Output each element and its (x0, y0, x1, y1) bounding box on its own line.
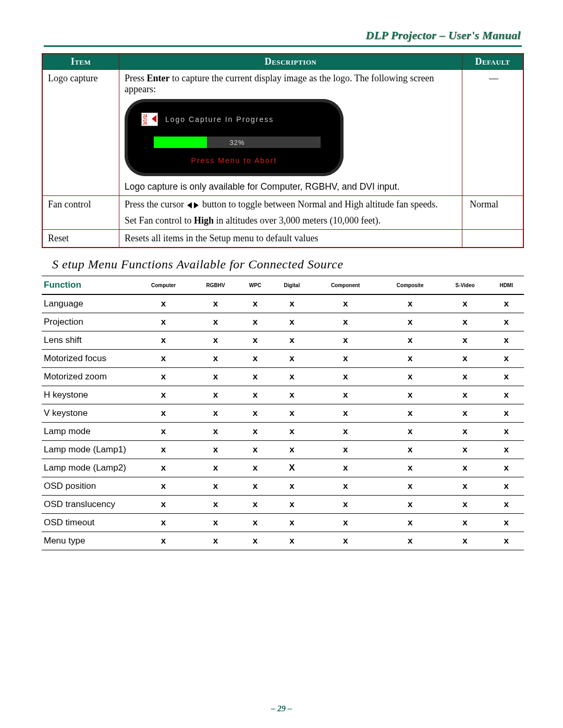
availability-cell: x (192, 423, 239, 441)
desc-text: Press the cursor (125, 199, 186, 209)
availability-cell: x (488, 404, 524, 423)
arrow-left-icon (187, 202, 192, 208)
th-source: Computer (134, 276, 192, 295)
function-cell: Projection (42, 313, 134, 331)
progress-fill (154, 137, 207, 148)
availability-cell: x (134, 368, 192, 386)
default-cell: — (462, 70, 524, 196)
default-cell (462, 230, 524, 248)
availability-cell: x (192, 441, 239, 459)
availability-cell: x (379, 459, 442, 477)
availability-cell: x (312, 459, 379, 477)
availability-cell: x (442, 404, 489, 423)
availability-cell: x (272, 532, 312, 550)
table-row: Languagexxxxxxxx (42, 294, 524, 313)
item-cell: Reset (42, 230, 119, 248)
availability-cell: x (134, 350, 192, 368)
table-row: Motorized zoomxxxxxxxx (42, 368, 524, 386)
th-source: Digital (272, 276, 312, 295)
table-row: Lamp mode (Lamp1)xxxxxxxx (42, 441, 524, 459)
description-cell: Press Enter to capture the current displ… (119, 70, 462, 196)
availability-cell: x (312, 313, 379, 331)
desc-text: Press (125, 73, 147, 83)
availability-cell: x (488, 368, 524, 386)
th-source: RGBHV (192, 276, 239, 295)
availability-cell: x (192, 294, 239, 313)
availability-cell: x (488, 423, 524, 441)
th-item: Item (42, 54, 119, 70)
availability-cell: x (272, 313, 312, 331)
availability-cell: x (488, 477, 524, 496)
availability-cell: x (488, 441, 524, 459)
availability-cell: x (134, 313, 192, 331)
availability-cell: x (192, 496, 239, 514)
availability-cell: x (272, 350, 312, 368)
functions-by-source-table: Function Computer RGBHV WPC Digital Comp… (42, 276, 524, 550)
table-row: Motorized focusxxxxxxxx (42, 350, 524, 368)
section-title: S etup Menu Functions Available for Conn… (52, 257, 524, 272)
function-cell: Motorized zoom (42, 368, 134, 386)
setup-items-table: Item Description Default Logo capture Pr… (42, 53, 524, 248)
availability-cell: x (312, 496, 379, 514)
availability-cell: x (442, 350, 489, 368)
availability-cell: x (272, 386, 312, 404)
th-source: HDMI (488, 276, 524, 295)
availability-cell: x (312, 532, 379, 550)
availability-cell: x (272, 368, 312, 386)
availability-cell: x (134, 331, 192, 350)
availability-cell: x (192, 477, 239, 496)
availability-cell: x (192, 404, 239, 423)
availability-cell: x (239, 459, 272, 477)
availability-cell: x (134, 386, 192, 404)
availability-cell: x (239, 423, 272, 441)
availability-cell: x (239, 496, 272, 514)
availability-cell: x (192, 532, 239, 550)
availability-cell: X (272, 459, 312, 477)
availability-cell: x (312, 331, 379, 350)
availability-cell: x (134, 404, 192, 423)
availability-cell: x (312, 294, 379, 313)
availability-cell: x (488, 514, 524, 532)
table-row: Projectionxxxxxxxx (42, 313, 524, 331)
function-cell: Lamp mode (42, 423, 134, 441)
th-default: Default (462, 54, 524, 70)
availability-cell: x (134, 514, 192, 532)
availability-cell: x (192, 313, 239, 331)
availability-cell: x (272, 423, 312, 441)
availability-cell: x (379, 441, 442, 459)
availability-cell: x (442, 532, 489, 550)
availability-cell: x (239, 404, 272, 423)
availability-cell: x (272, 496, 312, 514)
availability-cell: x (239, 532, 272, 550)
availability-cell: x (312, 423, 379, 441)
desc-text: to capture the current display image as … (125, 73, 434, 94)
availability-cell: x (239, 313, 272, 331)
availability-cell: x (134, 459, 192, 477)
availability-cell: x (134, 532, 192, 550)
function-cell: OSD position (42, 477, 134, 496)
availability-cell: x (239, 477, 272, 496)
availability-cell: x (134, 477, 192, 496)
availability-cell: x (379, 368, 442, 386)
availability-cell: x (272, 477, 312, 496)
availability-cell: x (442, 294, 489, 313)
availability-cell: x (488, 496, 524, 514)
availability-cell: x (379, 386, 442, 404)
availability-cell: x (379, 514, 442, 532)
availability-cell: x (239, 514, 272, 532)
availability-cell: x (442, 313, 489, 331)
page-number: – 29 – (0, 704, 563, 713)
item-cell: Logo capture (42, 70, 119, 196)
availability-cell: x (192, 350, 239, 368)
availability-cell: x (379, 404, 442, 423)
table-row: V keystonexxxxxxxx (42, 404, 524, 423)
osd-dialog: 242526 Logo Capture In Progress 32% Pres… (125, 99, 344, 176)
function-cell: Language (42, 294, 134, 313)
header-divider (44, 45, 522, 47)
enter-key: Enter (147, 73, 170, 83)
table-row: Reset Resets all items in the Setup menu… (42, 230, 523, 248)
availability-cell: x (239, 386, 272, 404)
table-row: Menu typexxxxxxxx (42, 532, 524, 550)
progress-percent: 32% (229, 139, 244, 146)
availability-cell: x (312, 386, 379, 404)
